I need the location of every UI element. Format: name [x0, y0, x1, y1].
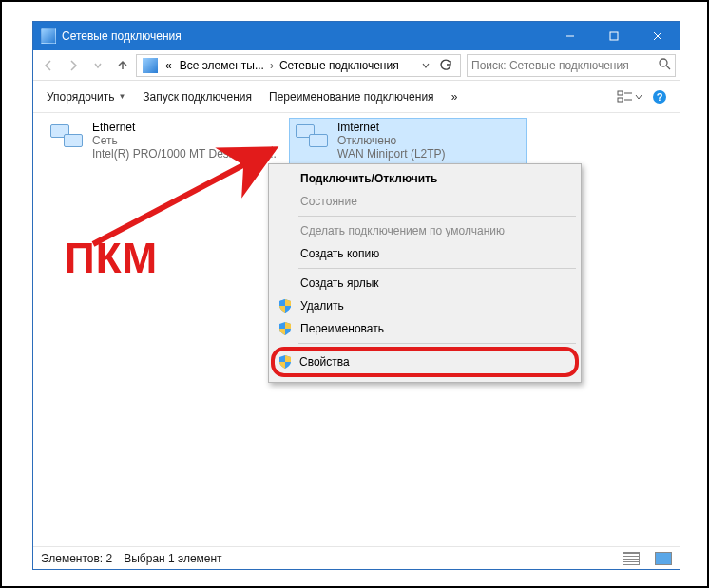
- menu-rename[interactable]: Переименовать: [272, 317, 578, 340]
- svg-rect-7: [618, 98, 623, 102]
- minimize-button[interactable]: [548, 22, 592, 50]
- rename-connection-button[interactable]: Переименование подключения: [263, 86, 440, 107]
- menu-separator: [298, 268, 576, 269]
- organize-button[interactable]: Упорядочить▼: [41, 86, 131, 107]
- menu-shortcut[interactable]: Создать ярлык: [272, 272, 578, 294]
- shield-icon: [278, 321, 293, 336]
- breadcrumb-item[interactable]: Сетевые подключения: [276, 59, 403, 72]
- network-icon: [48, 121, 86, 159]
- menu-connect[interactable]: Подключить/Отключить: [272, 167, 578, 190]
- network-icon: [294, 121, 332, 159]
- address-icon: [143, 58, 158, 73]
- command-bar: Упорядочить▼ Запуск подключения Переимен…: [33, 81, 680, 113]
- selection-count: Выбран 1 элемент: [124, 552, 221, 565]
- recent-button[interactable]: [86, 54, 109, 77]
- connection-name: Ethernet: [92, 121, 277, 134]
- more-commands-button[interactable]: »: [446, 86, 464, 107]
- forward-button[interactable]: [62, 54, 85, 77]
- search-placeholder: Поиск: Сетевые подключения: [471, 59, 629, 72]
- shield-icon: [278, 354, 293, 370]
- maximize-button[interactable]: [592, 22, 636, 50]
- titlebar: Сетевые подключения: [33, 22, 680, 50]
- menu-separator: [298, 343, 576, 344]
- window-icon: [41, 28, 56, 44]
- menu-delete[interactable]: Удалить: [272, 294, 578, 317]
- context-menu: Подключить/Отключить Состояние Сделать п…: [268, 163, 582, 383]
- annotation-text: ПКМ: [65, 235, 158, 282]
- tiles-view-button[interactable]: [655, 552, 672, 565]
- menu-separator: [298, 216, 576, 217]
- breadcrumb-item[interactable]: Все элементы...: [176, 59, 268, 72]
- svg-rect-6: [618, 91, 623, 95]
- svg-point-4: [660, 59, 667, 66]
- breadcrumb-prefix: «: [162, 59, 176, 72]
- address-bar[interactable]: « Все элементы... › Сетевые подключения: [136, 54, 461, 77]
- start-connection-button[interactable]: Запуск подключения: [137, 86, 258, 107]
- back-button[interactable]: [37, 54, 60, 77]
- help-button[interactable]: ?: [647, 85, 672, 109]
- connection-device: Intel(R) PRO/1000 MT Desktop Ad...: [92, 147, 277, 161]
- menu-default: Сделать подключением по умолчанию: [272, 219, 578, 242]
- search-icon: [658, 57, 671, 73]
- details-view-button[interactable]: [623, 552, 640, 565]
- connection-item-ethernet[interactable]: Ethernet Сеть Intel(R) PRO/1000 MT Deskt…: [45, 119, 280, 164]
- view-options-button[interactable]: [617, 85, 642, 109]
- status-bar: Элементов: 2 Выбран 1 элемент: [33, 546, 680, 569]
- item-count: Элементов: 2: [41, 552, 112, 565]
- connection-item-imternet[interactable]: Imternet Отключено WAN Miniport (L2TP): [290, 119, 526, 164]
- menu-copy[interactable]: Создать копию: [272, 242, 578, 265]
- close-button[interactable]: [636, 22, 680, 50]
- window-title: Сетевые подключения: [62, 29, 548, 43]
- up-button[interactable]: [111, 54, 134, 77]
- refresh-button[interactable]: [435, 55, 456, 76]
- search-box[interactable]: Поиск: Сетевые подключения: [467, 54, 676, 77]
- chevron-down-icon: ▼: [118, 92, 125, 101]
- svg-line-5: [666, 66, 670, 69]
- menu-properties[interactable]: Свойства: [275, 351, 575, 373]
- highlight-box: Свойства: [271, 347, 579, 377]
- svg-text:?: ?: [657, 91, 663, 103]
- navbar: « Все элементы... › Сетевые подключения …: [33, 50, 680, 81]
- connection-status: Отключено: [337, 134, 446, 147]
- address-dropdown[interactable]: [418, 55, 433, 76]
- shield-icon: [278, 298, 293, 313]
- connection-device: WAN Miniport (L2TP): [337, 147, 446, 161]
- connection-name: Imternet: [337, 121, 446, 134]
- svg-rect-1: [610, 32, 618, 40]
- connection-status: Сеть: [92, 134, 277, 147]
- chevron-right-icon[interactable]: ›: [268, 59, 276, 72]
- menu-state: Состояние: [272, 190, 578, 213]
